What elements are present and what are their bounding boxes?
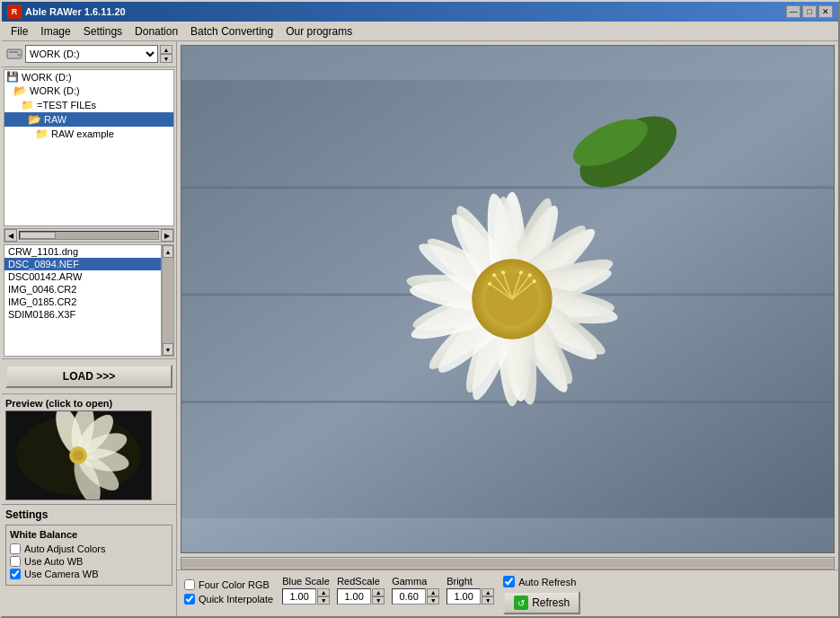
svg-point-2 bbox=[18, 54, 21, 57]
bright-dn[interactable]: ▼ bbox=[482, 596, 494, 605]
four-color-checkbox[interactable] bbox=[184, 579, 195, 590]
settings-area: Settings White Balance Auto Adjust Color… bbox=[2, 504, 176, 593]
quick-interpolate-row: Quick Interpolate bbox=[184, 594, 273, 605]
scroll-left-btn[interactable]: ◀ bbox=[4, 229, 17, 242]
scroll-right-btn[interactable]: ▶ bbox=[161, 229, 173, 242]
blue-scale-label: Blue Scale bbox=[282, 576, 330, 587]
refresh-button[interactable]: ↺ Refresh bbox=[503, 591, 580, 614]
bright-up[interactable]: ▲ bbox=[482, 588, 494, 596]
svg-point-48 bbox=[488, 282, 491, 286]
quick-interpolate-checkbox[interactable] bbox=[184, 594, 195, 605]
blue-scale-input[interactable] bbox=[282, 588, 316, 605]
svg-point-44 bbox=[528, 273, 532, 277]
menu-programs[interactable]: Our programs bbox=[280, 23, 358, 40]
file-vscrollbar: ▲ ▼ bbox=[162, 244, 174, 357]
file-item-1[interactable]: CRW_1101.dng bbox=[4, 245, 161, 258]
scroll-thumb[interactable] bbox=[20, 232, 56, 239]
title-buttons: — □ ✕ bbox=[786, 5, 833, 18]
flower-background bbox=[181, 46, 834, 552]
camera-wb-row: Use Camera WB bbox=[10, 569, 168, 579]
menu-donation[interactable]: Donation bbox=[129, 23, 183, 40]
auto-wb-row: Use Auto WB bbox=[10, 556, 168, 567]
preview-label[interactable]: Preview (click to open) bbox=[5, 398, 172, 409]
red-scale-dn[interactable]: ▼ bbox=[372, 596, 385, 605]
quick-interpolate-label: Quick Interpolate bbox=[199, 594, 273, 605]
refresh-btn-label: Refresh bbox=[532, 596, 570, 609]
auto-wb-label: Use Auto WB bbox=[24, 556, 83, 567]
auto-wb-checkbox[interactable] bbox=[10, 556, 21, 567]
file-item-5[interactable]: IMG_0185.CR2 bbox=[4, 296, 161, 308]
drive-dropdown[interactable]: WORK (D:) bbox=[25, 45, 158, 63]
right-panel: Four Color RGB Quick Interpolate Blue Sc… bbox=[177, 41, 838, 618]
menu-file[interactable]: File bbox=[5, 23, 33, 40]
menu-batch[interactable]: Batch Converting bbox=[185, 23, 279, 40]
flower-svg bbox=[181, 46, 834, 552]
bottom-panel: Four Color RGB Quick Interpolate Blue Sc… bbox=[177, 569, 838, 618]
refresh-area: Auto Refresh ↺ Refresh bbox=[503, 576, 580, 614]
tree-item-raw[interactable]: 📂 RAW bbox=[4, 112, 173, 127]
maximize-button[interactable]: □ bbox=[802, 5, 817, 18]
red-scale-group: RedScale ▲ ▼ bbox=[337, 576, 385, 605]
drive-down-arrow[interactable]: ▼ bbox=[160, 54, 172, 63]
file-item-3[interactable]: DSC00142.ARW bbox=[4, 270, 161, 283]
drive-icon-small: 💾 bbox=[6, 71, 19, 83]
app-icon: R bbox=[7, 4, 22, 19]
blue-scale-control: ▲ ▼ bbox=[282, 588, 330, 605]
hscroll-track[interactable] bbox=[181, 559, 834, 568]
blue-scale-dn[interactable]: ▼ bbox=[317, 596, 330, 605]
auto-adjust-checkbox[interactable] bbox=[10, 543, 21, 554]
load-button[interactable]: LOAD >>> bbox=[5, 365, 172, 388]
menu-settings[interactable]: Settings bbox=[78, 23, 128, 40]
gamma-input[interactable] bbox=[392, 588, 426, 605]
file-scroll-down[interactable]: ▼ bbox=[163, 343, 173, 356]
drive-up-arrow[interactable]: ▲ bbox=[160, 45, 172, 54]
camera-wb-checkbox[interactable] bbox=[10, 569, 21, 579]
file-item-6[interactable]: SDIM0186.X3F bbox=[4, 308, 161, 321]
bright-input[interactable] bbox=[447, 588, 481, 605]
main-container: WORK (D:) ▲ ▼ 💾 WORK (D:) 📂 WOR bbox=[2, 41, 838, 618]
folder-closed-icon: 📁 bbox=[21, 99, 34, 111]
auto-refresh-checkbox[interactable] bbox=[503, 576, 515, 587]
red-scale-up[interactable]: ▲ bbox=[372, 588, 385, 596]
close-button[interactable]: ✕ bbox=[818, 5, 833, 18]
folder-tree[interactable]: 💾 WORK (D:) 📂 WORK (D:) 📁 =TEST FILEs 📂 bbox=[4, 69, 174, 226]
file-scroll-up[interactable]: ▲ bbox=[163, 245, 173, 258]
color-options: Four Color RGB Quick Interpolate bbox=[184, 579, 273, 605]
gamma-up[interactable]: ▲ bbox=[427, 588, 439, 596]
load-btn-area: LOAD >>> bbox=[2, 358, 176, 393]
tree-item-test-files[interactable]: 📁 =TEST FILEs bbox=[4, 98, 173, 112]
file-scroll-track[interactable] bbox=[163, 258, 173, 343]
gamma-spin: ▲ ▼ bbox=[427, 588, 439, 605]
preview-image[interactable] bbox=[5, 411, 152, 500]
red-scale-input[interactable] bbox=[337, 588, 371, 605]
preview-flower-svg bbox=[6, 411, 151, 500]
tree-label: RAW example bbox=[51, 128, 114, 139]
menu-image[interactable]: Image bbox=[35, 23, 75, 40]
left-panel: WORK (D:) ▲ ▼ 💾 WORK (D:) 📂 WOR bbox=[2, 41, 177, 618]
sliders-area: Blue Scale ▲ ▼ RedScale bbox=[282, 576, 494, 605]
drive-arrows: ▲ ▼ bbox=[160, 45, 172, 63]
tree-item-work-folder[interactable]: 📂 WORK (D:) bbox=[4, 84, 173, 98]
scroll-track[interactable] bbox=[19, 231, 159, 240]
blue-scale-spin: ▲ ▼ bbox=[317, 588, 330, 605]
file-item-2[interactable]: DSC_0894.NEF bbox=[4, 258, 161, 270]
image-container[interactable] bbox=[181, 45, 835, 553]
file-list[interactable]: CRW_1101.dng DSC_0894.NEF DSC00142.ARW I… bbox=[4, 244, 162, 357]
gamma-dn[interactable]: ▼ bbox=[427, 596, 439, 605]
image-hscrollbar[interactable] bbox=[181, 557, 835, 569]
tree-hscrollbar: ◀ ▶ bbox=[4, 228, 174, 243]
folder-closed-icon2: 📁 bbox=[35, 128, 49, 140]
tree-item-raw-example[interactable]: 📁 RAW example bbox=[4, 127, 173, 141]
svg-point-47 bbox=[492, 273, 496, 277]
red-scale-control: ▲ ▼ bbox=[337, 588, 385, 605]
svg-point-13 bbox=[73, 450, 84, 461]
auto-refresh-label: Auto Refresh bbox=[518, 577, 576, 587]
file-item-4[interactable]: IMG_0046.CR2 bbox=[4, 283, 161, 296]
minimize-button[interactable]: — bbox=[786, 5, 800, 18]
tree-label: RAW bbox=[44, 114, 66, 125]
folder-open-selected-icon: 📂 bbox=[28, 113, 41, 126]
svg-point-46 bbox=[501, 270, 505, 274]
tree-item-work-drive[interactable]: 💾 WORK (D:) bbox=[4, 70, 173, 84]
blue-scale-up[interactable]: ▲ bbox=[317, 588, 330, 596]
file-panel: CRW_1101.dng DSC_0894.NEF DSC00142.ARW I… bbox=[4, 244, 174, 357]
